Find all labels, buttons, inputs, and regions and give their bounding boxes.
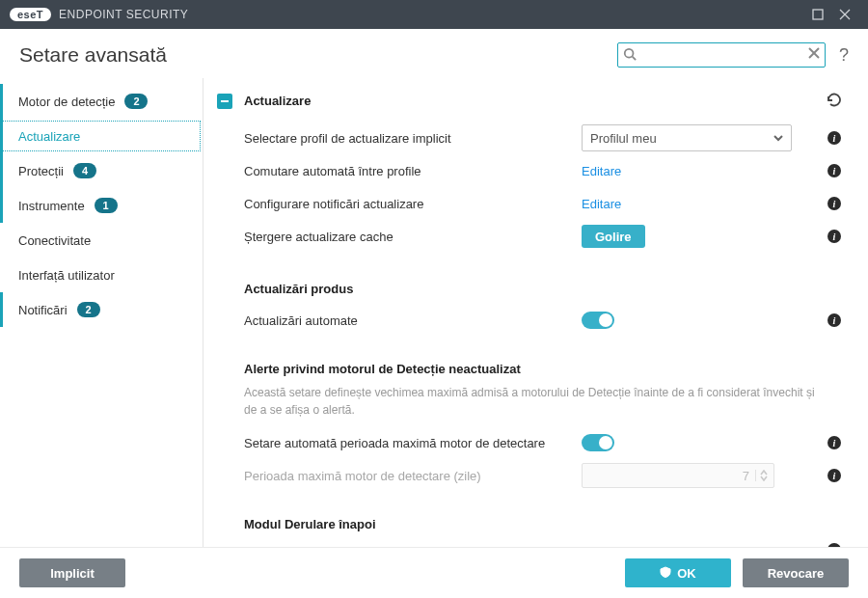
main: Actualizare Selectare profil de actualiz… xyxy=(203,78,868,547)
input-value: 7 xyxy=(743,469,749,483)
edit-link[interactable]: Editare xyxy=(582,164,621,178)
info-icon[interactable]: i xyxy=(818,469,841,482)
brand-pill: eseT xyxy=(10,8,51,21)
sidebar-item-label: Notificări xyxy=(18,303,68,317)
sidebar-item-label: Actualizare xyxy=(18,129,80,144)
clear-search-icon[interactable] xyxy=(808,47,820,62)
label: Setare automată perioada maximă motor de… xyxy=(244,436,582,450)
svg-point-3 xyxy=(625,49,634,58)
app-window: eseT ENDPOINT SECURITY Setare avansată ? xyxy=(0,0,868,598)
window-maximize-button[interactable] xyxy=(804,1,831,28)
sidebar-item-ui[interactable]: Interfață utilizator xyxy=(0,258,203,292)
sidebar-badge: 2 xyxy=(124,94,148,109)
label: Actualizări automate xyxy=(244,313,582,328)
sidebar-item-label: Instrumente xyxy=(18,199,85,213)
edit-link[interactable]: Editare xyxy=(582,197,621,211)
sidebar-item-label: Motor de detecție xyxy=(18,95,115,109)
header: Setare avansată ? xyxy=(0,29,868,78)
sidebar-item-update[interactable]: Actualizare xyxy=(0,119,203,153)
clear-cache-button[interactable]: Golire xyxy=(582,225,645,248)
max-age-days-input: 7 xyxy=(582,463,774,488)
main-scroll[interactable]: Actualizare Selectare profil de actualiz… xyxy=(203,78,868,547)
svg-rect-0 xyxy=(813,10,823,19)
stepper xyxy=(755,470,768,481)
subheading-rollback: Modul Derulare înapoi xyxy=(244,517,841,531)
label: Perioada maximă motor de detectare (zile… xyxy=(244,469,582,483)
sidebar-item-connectivity[interactable]: Conectivitate xyxy=(0,223,203,258)
default-button[interactable]: Implicit xyxy=(19,558,125,587)
label: Ștergere actualizare cache xyxy=(244,230,582,244)
row-rollback-info: i xyxy=(217,533,841,547)
sidebar-item-label: Interfață utilizator xyxy=(18,268,115,283)
alerts-description: Această setare definește vechimea maximă… xyxy=(217,384,823,426)
profile-select[interactable]: Profilul meu xyxy=(582,124,792,151)
help-icon[interactable]: ? xyxy=(839,45,849,66)
sidebar-badge: 1 xyxy=(95,198,118,213)
row-auto-max-age: Setare automată perioada maximă motor de… xyxy=(217,426,841,459)
subheading-product-updates: Actualizări produs xyxy=(244,282,841,296)
row-auto-switch: Comutare automată între profile Editare … xyxy=(217,154,841,187)
sidebar-badge: 2 xyxy=(77,302,100,317)
search-wrap xyxy=(617,42,826,68)
sidebar-item-protections[interactable]: Protecții 4 xyxy=(0,153,203,188)
info-icon[interactable]: i xyxy=(818,230,841,243)
label: Selectare profil de actualizare implicit xyxy=(244,131,582,146)
toggle-auto-max-age[interactable] xyxy=(582,434,614,451)
row-clear-cache: Ștergere actualizare cache Golire i xyxy=(217,220,841,253)
sidebar-item-label: Conectivitate xyxy=(18,233,91,248)
info-icon[interactable]: i xyxy=(818,436,841,449)
brand-product: ENDPOINT SECURITY xyxy=(59,8,188,21)
info-icon[interactable]: i xyxy=(818,164,841,177)
info-icon[interactable]: i xyxy=(818,197,841,210)
svg-line-4 xyxy=(633,57,637,61)
label: Comutare automată între profile xyxy=(244,164,582,178)
undo-icon[interactable] xyxy=(826,92,841,110)
ok-button[interactable]: OK xyxy=(625,558,731,587)
row-max-age-days: Perioada maximă motor de detectare (zile… xyxy=(217,459,841,492)
ok-label: OK xyxy=(677,566,696,581)
search-input[interactable] xyxy=(617,42,826,68)
section-title: Actualizare xyxy=(244,94,311,108)
body: Motor de detecție 2 Actualizare Protecți… xyxy=(0,78,868,547)
subheading-alerts: Alerte privind motorul de Detecție neact… xyxy=(244,362,841,376)
cancel-button[interactable]: Revocare xyxy=(743,558,849,587)
titlebar: eseT ENDPOINT SECURITY xyxy=(0,0,868,29)
section-head-update: Actualizare xyxy=(217,92,841,110)
sidebar-item-tools[interactable]: Instrumente 1 xyxy=(0,188,203,223)
shield-icon xyxy=(660,566,671,581)
sidebar-item-detection-engine[interactable]: Motor de detecție 2 xyxy=(0,84,203,119)
info-icon[interactable]: i xyxy=(818,313,841,327)
info-icon[interactable]: i xyxy=(818,131,841,145)
footer: Implicit OK Revocare xyxy=(0,547,868,598)
label: Configurare notificări actualizare xyxy=(244,197,582,211)
sidebar-item-notifications[interactable]: Notificări 2 xyxy=(0,292,203,327)
row-auto-updates: Actualizări automate i xyxy=(217,304,841,337)
window-close-button[interactable] xyxy=(831,1,858,28)
info-icon[interactable]: i xyxy=(818,543,841,547)
chevron-down-icon xyxy=(760,476,768,481)
chevron-down-icon xyxy=(773,133,783,143)
select-value: Profilul meu xyxy=(590,131,657,146)
toggle-auto-updates[interactable] xyxy=(582,312,614,329)
sidebar-item-label: Protecții xyxy=(18,164,64,178)
collapse-icon[interactable] xyxy=(217,94,232,109)
page-title: Setare avansată xyxy=(19,43,167,67)
row-configure-notifications: Configurare notificări actualizare Edita… xyxy=(217,187,841,220)
sidebar-badge: 4 xyxy=(73,163,96,178)
search-icon xyxy=(623,47,637,64)
row-select-profile: Selectare profil de actualizare implicit… xyxy=(217,122,841,154)
sidebar: Motor de detecție 2 Actualizare Protecți… xyxy=(0,78,203,547)
